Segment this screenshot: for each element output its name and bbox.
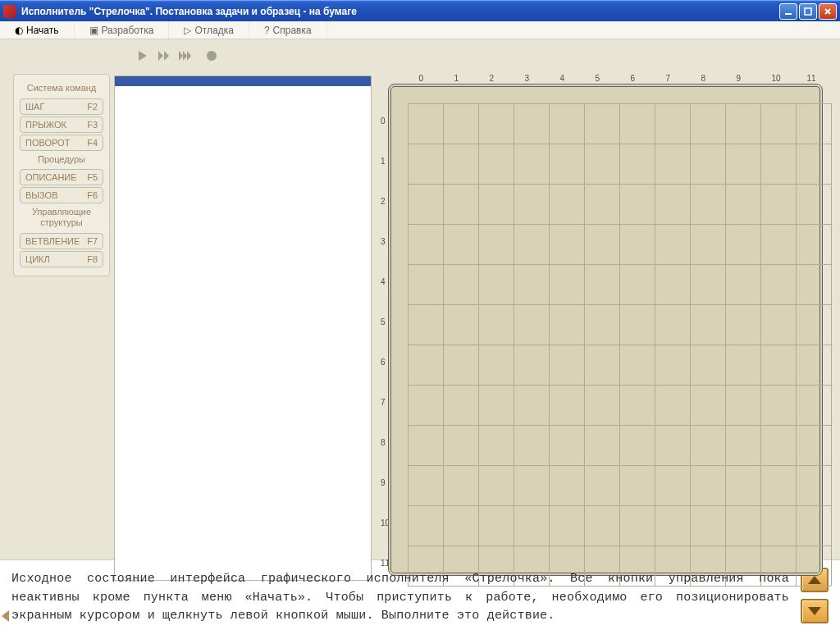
svg-rect-0 [785,13,792,15]
instruction-text: Исходное состояние интерфейса графическо… [0,560,801,630]
x-tick: 5 [596,74,600,83]
close-button[interactable] [819,3,837,20]
fast-forward-button [156,48,172,63]
nav-down-button[interactable] [801,599,829,623]
menu-debug: ▷ Отладка [169,21,249,39]
sidebar: Система команд ШАГF2 ПРЫЖОКF3 ПОВОРОТF4 … [13,74,110,276]
grid-canvas[interactable] [388,84,823,576]
help-icon: ? [264,25,270,36]
code-editor[interactable] [114,75,372,581]
y-tick: 3 [381,237,386,246]
play-button [135,48,151,63]
play-icon: ▷ [184,25,191,36]
skip-button [177,48,194,63]
grid-area: 01234567891011 01234567891011 [378,72,829,582]
svg-point-10 [207,51,217,61]
menubar: ◐ Начать ▣ Разработка ▷ Отладка ? Справк… [0,21,840,39]
window-controls [779,3,837,20]
x-tick: 9 [737,74,742,83]
description-button[interactable]: ОПИСАНИЕF5 [20,169,103,185]
y-tick: 6 [381,358,386,367]
svg-marker-4 [139,51,147,61]
y-tick: 5 [381,317,386,326]
x-tick: 7 [666,74,671,83]
section-procedures: Процедуры [17,154,106,165]
call-button[interactable]: ВЫЗОВF6 [20,187,103,203]
x-tick: 0 [419,74,424,83]
y-tick: 9 [381,478,386,487]
menu-start[interactable]: ◐ Начать [0,21,75,39]
svg-marker-7 [179,51,183,61]
app-icon [3,5,16,18]
x-tick: 10 [772,74,781,83]
minimize-button[interactable] [779,3,797,20]
turn-button[interactable]: ПОВОРОТF4 [20,135,103,151]
svg-marker-8 [183,51,187,61]
section-control: Управляющие структуры [17,207,106,227]
x-tick: 1 [454,74,459,83]
loop-button[interactable]: ЦИКЛF8 [20,251,103,267]
globe-icon: ◐ [15,25,23,36]
y-tick: 2 [381,197,386,206]
svg-marker-5 [158,51,163,61]
maximize-button[interactable] [799,3,817,20]
doc-icon: ▣ [89,25,98,36]
jump-button[interactable]: ПРЫЖОКF3 [20,116,103,133]
menu-dev: ▣ Разработка [75,21,170,39]
svg-rect-1 [805,8,811,15]
branch-button[interactable]: ВЕТВЛЕНИЕF7 [20,233,103,249]
x-tick: 8 [701,74,706,83]
svg-marker-9 [187,51,191,61]
y-tick: 7 [381,398,386,407]
x-tick: 6 [631,74,636,83]
x-tick: 2 [490,74,495,83]
menu-help: ? Справка [249,21,327,39]
x-tick: 3 [525,74,530,83]
step-button[interactable]: ШАГF2 [20,98,103,115]
y-tick: 0 [381,116,386,126]
arrow-left-icon [2,610,9,622]
y-tick: 4 [381,277,386,286]
x-tick: 11 [807,74,816,83]
toolbar [135,48,220,63]
x-tick: 4 [560,74,565,83]
titlebar: Исполнитель "Стрелочка". Постановка зада… [0,0,840,21]
section-commands: Система команд [17,83,106,94]
y-tick: 8 [381,438,386,447]
y-tick: 1 [381,157,386,166]
footer: Исходное состояние интерфейса графическо… [0,559,840,630]
window-title: Исполнитель "Стрелочка". Постановка зада… [21,6,357,17]
svg-marker-6 [164,51,169,61]
triangle-down-icon [808,607,821,615]
stop-button [203,48,220,63]
editor-header [115,76,371,86]
main-area: Система команд ШАГF2 ПРЫЖОКF3 ПОВОРОТF4 … [0,39,840,559]
